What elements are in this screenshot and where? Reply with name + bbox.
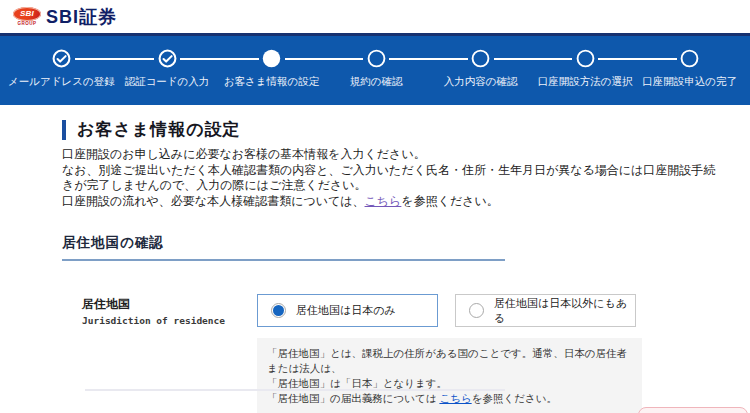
- field-label-ja: 居住地国: [82, 296, 257, 313]
- step-label: メールアドレスの登録: [8, 75, 115, 89]
- intro-line-2: なお、別途ご提出いただく本人確認書類の内容と、ご入力いただく氏名・住所・生年月日…: [62, 163, 724, 194]
- step-application-complete: 口座開設申込の完了: [637, 48, 742, 105]
- residence-country-form-row: 居住地国 Jurisdiction of residence 居住地国は日本のみ…: [62, 294, 722, 413]
- title-accent-bar: [62, 120, 66, 140]
- step-label: 認証コードの入力: [115, 75, 220, 89]
- field-label-en: Jurisdiction of residence: [82, 315, 257, 326]
- kochira-obligation-link[interactable]: こちら: [439, 392, 471, 404]
- note-line-3-tail: を参照ください。: [472, 392, 557, 404]
- note-line-3-text: 「居住地国」の届出義務については: [267, 392, 439, 404]
- residence-country-note: 「居住地国」とは、課税上の住所がある国のことです。通常、日本の居住者または法人は…: [257, 338, 642, 413]
- option-label: 居住地国は日本のみ: [296, 303, 396, 318]
- field-label-column: 居住地国 Jurisdiction of residence: [62, 294, 257, 413]
- progress-stepper: メールアドレスの登録 認証コードの入力 お客さま情報の設定 規約の確認 入力内容…: [0, 33, 750, 105]
- todo-step-icon: [637, 48, 742, 69]
- intro-line-3-tail: を参照ください。: [401, 194, 498, 208]
- kochira-guide-link[interactable]: こちら: [365, 194, 402, 208]
- intro-line-3-text: 口座開設の流れや、必要な本人様確認書類については、: [62, 194, 365, 208]
- intro-line-3: 口座開設の流れや、必要な本人様確認書類については、こちらを参照ください。: [62, 194, 724, 210]
- radio-unselected-icon[interactable]: [469, 303, 484, 318]
- options-row: 居住地国は日本のみ 居住地国は日本以外にもある: [257, 294, 642, 327]
- step-label: 入力内容の確認: [428, 75, 533, 89]
- sbi-logo[interactable]: SBI GROUP SBI証券: [12, 5, 117, 29]
- radio-selected-icon[interactable]: [271, 303, 286, 318]
- page-title: お客さま情報の設定: [77, 118, 241, 141]
- step-auth-code: 認証コードの入力: [115, 48, 220, 105]
- option-outside-japan[interactable]: 居住地国は日本以外にもある: [455, 294, 636, 327]
- options-column: 居住地国は日本のみ 居住地国は日本以外にもある 「居住地国」とは、課税上の住所が…: [257, 294, 642, 413]
- site-header: SBI GROUP SBI証券: [0, 0, 750, 33]
- option-japan-only[interactable]: 居住地国は日本のみ: [257, 294, 438, 327]
- step-mail-registration: メールアドレスの登録: [8, 48, 115, 105]
- step-label: 口座開設方法の選択: [533, 75, 638, 89]
- option-label: 居住地国は日本以外にもある: [494, 296, 635, 326]
- main-content: お客さま情報の設定 口座開設のお申し込みに必要なお客様の基本情報を入力ください。…: [0, 105, 750, 413]
- note-line-1: 「居住地国」とは、課税上の住所がある国のことです。通常、日本の居住者または法人は…: [267, 346, 632, 376]
- remaining-required-items-badge: 残り必須項目 16: [638, 407, 748, 413]
- note-line-3: 「居住地国」の届出義務については こちらを参照ください。: [267, 391, 632, 406]
- page: SBI GROUP SBI証券 メールアドレスの登録 認証コードの入力 お客さま…: [0, 0, 750, 413]
- brand-name: SBI証券: [46, 5, 117, 29]
- step-input-confirm: 入力内容の確認: [428, 48, 533, 105]
- intro-line-1: 口座開設のお申し込みに必要なお客様の基本情報を入力ください。: [62, 147, 724, 163]
- sbi-group-logo-icon: SBI GROUP: [12, 6, 42, 27]
- step-label: お客さま情報の設定: [219, 75, 324, 89]
- sbi-logo-oval: SBI: [13, 7, 41, 21]
- page-title-row: お客さま情報の設定: [62, 118, 722, 141]
- step-customer-info: お客さま情報の設定: [219, 48, 324, 105]
- step-account-method: 口座開設方法の選択: [533, 48, 638, 105]
- section-divider: [85, 389, 505, 391]
- step-terms-confirm: 規約の確認: [324, 48, 429, 105]
- intro-text: 口座開設のお申し込みに必要なお客様の基本情報を入力ください。 なお、別途ご提出い…: [62, 147, 724, 209]
- step-label: 規約の確認: [324, 75, 429, 89]
- step-label: 口座開設申込の完了: [637, 75, 742, 89]
- section-heading-residence-country: 居住地国の確認: [62, 234, 505, 261]
- sbi-logo-group-text: GROUP: [17, 21, 36, 26]
